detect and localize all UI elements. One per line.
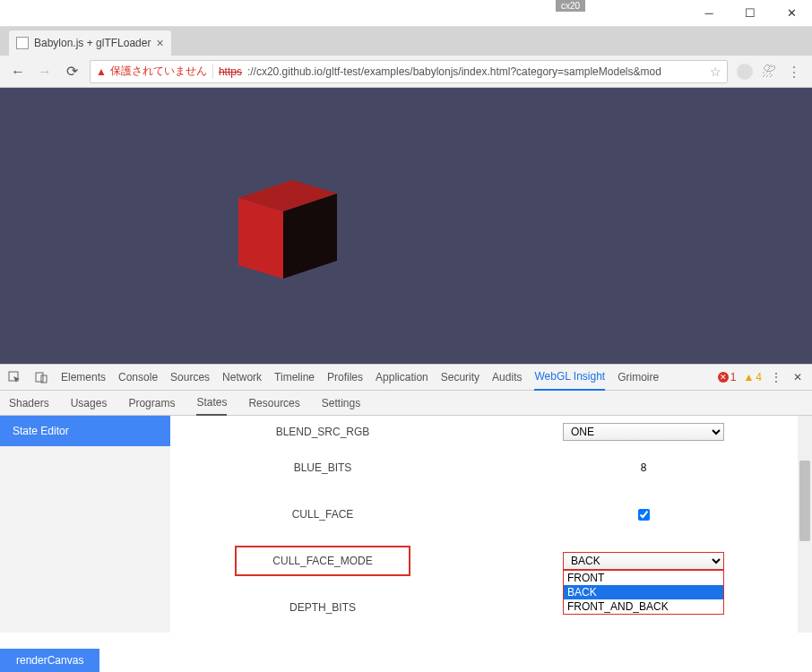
state-label-highlighted: CULL_FACE_MODE bbox=[170, 546, 475, 576]
minimize-button[interactable]: ─ bbox=[688, 0, 730, 27]
window-titlebar: cx20 ─ ☐ ✕ bbox=[0, 0, 812, 27]
devtools-tab-console[interactable]: Console bbox=[118, 365, 158, 390]
scroll-thumb[interactable] bbox=[799, 461, 810, 541]
close-button[interactable]: ✕ bbox=[771, 0, 812, 27]
forward-button[interactable]: → bbox=[36, 63, 54, 81]
footer-canvas-name[interactable]: renderCanvas bbox=[0, 649, 99, 672]
state-editor-panel: State Editor BLEND_SRC_RGB ONE BLUE_BITS… bbox=[0, 416, 812, 633]
devtools-close-icon[interactable]: ✕ bbox=[790, 370, 805, 384]
extension-icon-2[interactable]: ⛈ bbox=[762, 64, 778, 80]
reload-button[interactable]: ⟳ bbox=[63, 63, 81, 81]
back-button[interactable]: ← bbox=[9, 63, 27, 81]
browser-tab[interactable]: Babylon.js + glTFLoader × bbox=[9, 30, 171, 56]
devtools-tab-webgl-insight[interactable]: WebGL Insight bbox=[534, 364, 605, 391]
dropdown-option-back[interactable]: BACK bbox=[564, 585, 723, 599]
tab-close-icon[interactable]: × bbox=[156, 36, 163, 50]
webgl-subtabs: Shaders Usages Programs States Resources… bbox=[0, 391, 812, 416]
chrome-menu-icon[interactable]: ⋮ bbox=[787, 64, 803, 80]
url-protocol: https bbox=[219, 65, 242, 78]
address-bar: ← → ⟳ ▲ 保護されていません https ://cx20.github.i… bbox=[0, 56, 812, 88]
state-select-blend-src-rgb[interactable]: ONE bbox=[563, 423, 724, 441]
devtools-tab-profiles[interactable]: Profiles bbox=[327, 365, 363, 390]
subtab-programs[interactable]: Programs bbox=[128, 392, 175, 415]
state-select-cull-face-mode[interactable]: BACK bbox=[563, 552, 724, 570]
devtools-tab-sources[interactable]: Sources bbox=[170, 365, 210, 390]
devtools-tab-audits[interactable]: Audits bbox=[492, 365, 522, 390]
dropdown-option-front[interactable]: FRONT bbox=[564, 571, 723, 585]
subtab-resources[interactable]: Resources bbox=[248, 392, 299, 415]
warning-icon: ▲ bbox=[743, 371, 754, 383]
devtools-menu-icon[interactable]: ⋮ bbox=[769, 370, 783, 384]
sidebar-state-editor[interactable]: State Editor bbox=[0, 416, 170, 446]
security-text: 保護されていません bbox=[110, 64, 207, 79]
warning-icon: ▲ bbox=[96, 65, 107, 78]
state-row-blue-bits: BLUE_BITS 8 bbox=[170, 444, 812, 491]
state-value-text: 8 bbox=[475, 461, 812, 474]
state-row-cull-face-mode: CULL_FACE_MODE BACK FRONT BACK FRONT_AND… bbox=[170, 538, 812, 584]
devtools-tab-timeline[interactable]: Timeline bbox=[274, 365, 315, 390]
state-row-cull-face: CULL_FACE bbox=[170, 491, 812, 538]
state-sidebar: State Editor bbox=[0, 416, 170, 633]
error-count[interactable]: ✕1 bbox=[718, 371, 737, 383]
devtools-tab-network[interactable]: Network bbox=[222, 365, 262, 390]
state-label: BLEND_SRC_RGB bbox=[170, 426, 475, 438]
maximize-button[interactable]: ☐ bbox=[730, 0, 771, 27]
bookmark-icon[interactable]: ☆ bbox=[710, 65, 721, 79]
state-label: DEPTH_BITS bbox=[170, 601, 475, 614]
tab-favicon bbox=[16, 37, 29, 49]
devtools-tab-security[interactable]: Security bbox=[441, 365, 479, 390]
warning-count[interactable]: ▲4 bbox=[743, 371, 762, 383]
tab-title: Babylon.js + glTFLoader bbox=[34, 37, 151, 49]
svg-marker-1 bbox=[238, 198, 283, 279]
dropdown-option-front-and-back[interactable]: FRONT_AND_BACK bbox=[564, 599, 723, 614]
window-badge: cx20 bbox=[556, 0, 585, 12]
url-input[interactable]: ▲ 保護されていません https ://cx20.github.io/gltf… bbox=[90, 60, 728, 83]
devtools-tab-elements[interactable]: Elements bbox=[61, 365, 106, 390]
security-indicator[interactable]: ▲ 保護されていません bbox=[96, 64, 213, 79]
extension-icon-1[interactable] bbox=[737, 64, 753, 80]
svg-rect-4 bbox=[36, 373, 43, 382]
devtools-toolbar: Elements Console Sources Network Timelin… bbox=[0, 364, 812, 391]
state-label: CULL_FACE bbox=[170, 508, 475, 521]
inspect-icon[interactable] bbox=[7, 370, 22, 384]
subtab-settings[interactable]: Settings bbox=[322, 392, 360, 415]
url-path: ://cx20.github.io/gltf-test/examples/bab… bbox=[247, 65, 661, 78]
subtab-shaders[interactable]: Shaders bbox=[9, 392, 49, 415]
state-row-blend-src-rgb: BLEND_SRC_RGB ONE bbox=[170, 419, 812, 444]
dropdown-cull-face-mode: FRONT BACK FRONT_AND_BACK bbox=[563, 570, 724, 615]
scrollbar[interactable] bbox=[798, 416, 812, 633]
subtab-usages[interactable]: Usages bbox=[71, 392, 108, 415]
subtab-states[interactable]: States bbox=[196, 391, 227, 416]
state-label: BLUE_BITS bbox=[170, 461, 475, 474]
state-checkbox-cull-face[interactable] bbox=[638, 509, 650, 521]
device-icon[interactable] bbox=[34, 370, 48, 384]
state-content: BLEND_SRC_RGB ONE BLUE_BITS 8 CULL_FACE … bbox=[170, 416, 812, 633]
webgl-canvas[interactable] bbox=[0, 88, 812, 364]
error-icon: ✕ bbox=[718, 372, 729, 383]
browser-tabstrip: Babylon.js + glTFLoader × bbox=[0, 27, 812, 56]
devtools-tab-grimoire[interactable]: Grimoire bbox=[618, 365, 659, 390]
cube-mesh bbox=[229, 171, 346, 288]
devtools-tab-application[interactable]: Application bbox=[376, 365, 428, 390]
